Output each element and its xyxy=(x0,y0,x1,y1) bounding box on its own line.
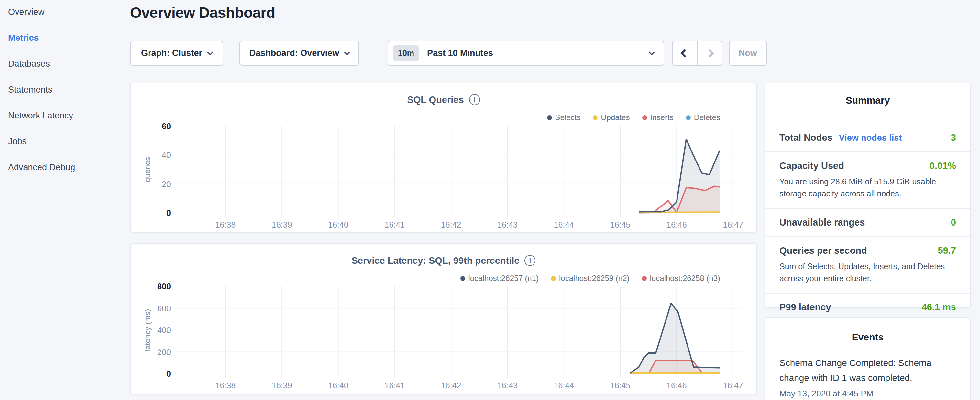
time-window-badge: 10m xyxy=(393,45,418,61)
chart-title: Service Latency: SQL, 99th percentile xyxy=(352,255,520,266)
event-timestamp: May 13, 2020 at 4:45 PM xyxy=(780,389,956,399)
toolbar: Graph: Cluster Dashboard: Overview 10m P… xyxy=(130,41,767,66)
event-list-item[interactable]: Schema Change Completed: Schema change w… xyxy=(765,343,970,399)
x-axis-tick-label: 16:45 xyxy=(598,220,643,229)
chevron-down-icon xyxy=(207,49,213,55)
summary-value: 3 xyxy=(951,132,956,143)
x-axis-tick-label: 16:42 xyxy=(428,220,474,229)
toolbar-divider xyxy=(371,41,371,65)
legend-item: Updates xyxy=(593,113,630,122)
summary-row-total-nodes: Total Nodes View nodes list 3 xyxy=(765,124,970,152)
events-title: Events xyxy=(765,318,970,343)
dashboard-selector-label: Dashboard: Overview xyxy=(250,48,339,58)
y-axis-tick-label: 0 xyxy=(131,208,171,218)
chevron-down-icon xyxy=(344,49,350,55)
sidebar-item-metrics[interactable]: Metrics xyxy=(0,28,129,48)
summary-label: P99 latency xyxy=(780,302,831,312)
service-latency-chart-card: Service Latency: SQL, 99th percentile lo… xyxy=(130,243,757,395)
chevron-right-icon xyxy=(706,49,714,57)
chevron-down-icon xyxy=(649,49,654,55)
legend-dot-icon xyxy=(642,276,647,281)
legend-item: localhost:26257 (n1) xyxy=(460,274,539,283)
y-axis-tick-label: 800 xyxy=(131,281,171,292)
x-axis-tick-label: 16:40 xyxy=(316,381,361,390)
summary-title: Summary xyxy=(765,83,970,106)
sidebar-item-statements[interactable]: Statements xyxy=(0,80,129,99)
sidebar-item-databases[interactable]: Databases xyxy=(0,54,129,73)
time-window-dropdown[interactable]: 10m Past 10 Minutes xyxy=(388,41,664,66)
event-text: Schema Change Completed: Schema change w… xyxy=(780,356,956,386)
legend-dot-icon xyxy=(642,115,647,120)
x-axis-tick-label: 16:39 xyxy=(259,220,304,229)
summary-label: Unavailable ranges xyxy=(780,217,865,228)
x-axis-tick-label: 16:40 xyxy=(316,220,361,229)
summary-label: Total Nodes xyxy=(780,132,832,143)
y-axis-tick-label: 0 xyxy=(131,369,171,379)
dashboard-selector-dropdown[interactable]: Dashboard: Overview xyxy=(239,41,359,66)
summary-subtext: You are using 28.6 MiB of 515.9 GiB usab… xyxy=(780,176,956,200)
legend-item: localhost:26258 (n3) xyxy=(642,274,720,283)
summary-row-queries-per-second: Queries per second 59.7 Sum of Selects, … xyxy=(765,237,970,293)
page-title: Overview Dashboard xyxy=(130,4,275,21)
chart-title-row: SQL Queries xyxy=(131,94,756,105)
chart-legend: localhost:26257 (n1)localhost:26259 (n2)… xyxy=(460,274,720,283)
x-axis-tick-label: 16:46 xyxy=(654,220,699,229)
y-axis-title: queries xyxy=(143,157,152,183)
view-nodes-list-link[interactable]: View nodes list xyxy=(839,133,902,143)
legend-dot-icon xyxy=(547,115,552,120)
y-axis-tick-label: 60 xyxy=(131,121,171,131)
chart-title-row: Service Latency: SQL, 99th percentile xyxy=(131,255,756,266)
legend-item: Selects xyxy=(547,113,581,122)
x-axis-tick-label: 16:42 xyxy=(428,381,474,390)
graph-selector-label: Graph: Cluster xyxy=(141,48,202,58)
events-panel: Events Schema Change Completed: Schema c… xyxy=(765,317,971,400)
x-axis-tick-label: 16:43 xyxy=(485,381,530,390)
summary-panel: Summary Total Nodes View nodes list 3 Ca… xyxy=(765,83,971,308)
summary-value: 0.01% xyxy=(929,161,956,171)
info-icon[interactable] xyxy=(525,255,535,266)
summary-row-p99-latency: P99 latency 46.1 ms xyxy=(765,293,970,321)
next-timeframe-button[interactable] xyxy=(697,41,722,65)
x-axis-tick-label: 16:44 xyxy=(541,220,587,229)
summary-value: 59.7 xyxy=(938,245,956,256)
x-axis-tick-label: 16:47 xyxy=(711,381,756,390)
sidebar-nav: Overview Metrics Databases Statements Ne… xyxy=(0,0,129,177)
legend-dot-icon xyxy=(593,115,598,120)
x-axis-tick-label: 16:45 xyxy=(598,381,643,390)
x-axis-tick-label: 16:38 xyxy=(203,381,248,390)
x-axis-tick-label: 16:46 xyxy=(654,381,699,390)
chart-title: SQL Queries xyxy=(407,94,464,105)
prev-timeframe-button[interactable] xyxy=(673,41,697,65)
time-step-buttons xyxy=(672,41,722,66)
chart-legend: SelectsUpdatesInsertsDeletes xyxy=(547,113,721,122)
info-icon[interactable] xyxy=(469,94,480,105)
summary-value: 0 xyxy=(951,217,956,228)
summary-value: 46.1 ms xyxy=(922,302,956,312)
x-axis-tick-label: 16:44 xyxy=(541,381,587,390)
summary-label: Capacity Used xyxy=(780,161,844,171)
sidebar-item-advanced-debug[interactable]: Advanced Debug xyxy=(0,158,129,177)
summary-row-unavailable-ranges: Unavailable ranges 0 xyxy=(765,209,970,237)
graph-selector-dropdown[interactable]: Graph: Cluster xyxy=(130,41,223,66)
sidebar-item-overview[interactable]: Overview xyxy=(0,2,129,22)
chevron-left-icon xyxy=(681,49,689,57)
now-button-label: Now xyxy=(739,48,757,58)
x-axis-tick-label: 16:38 xyxy=(203,220,248,229)
summary-label: Queries per second xyxy=(780,245,867,256)
y-axis-title: latency (ms) xyxy=(143,309,152,351)
time-window-label: Past 10 Minutes xyxy=(427,48,493,58)
sidebar-item-network-latency[interactable]: Network Latency xyxy=(0,106,129,125)
legend-item: Deletes xyxy=(686,113,720,122)
chart-plot-area[interactable] xyxy=(172,126,741,219)
legend-dot-icon xyxy=(686,115,691,120)
chart-plot-area[interactable] xyxy=(172,287,741,379)
now-button[interactable]: Now xyxy=(729,41,767,66)
x-axis-tick-label: 16:43 xyxy=(485,220,530,229)
x-axis-tick-label: 16:39 xyxy=(259,381,304,390)
legend-dot-icon xyxy=(551,276,556,281)
sql-queries-chart-card: SQL Queries SelectsUpdatesInsertsDeletes… xyxy=(130,83,757,233)
sidebar-item-jobs[interactable]: Jobs xyxy=(0,132,129,151)
x-axis-tick-label: 16:47 xyxy=(711,220,756,229)
sidebar: Overview Metrics Databases Statements Ne… xyxy=(0,0,129,400)
x-axis-tick-label: 16:41 xyxy=(372,220,417,229)
